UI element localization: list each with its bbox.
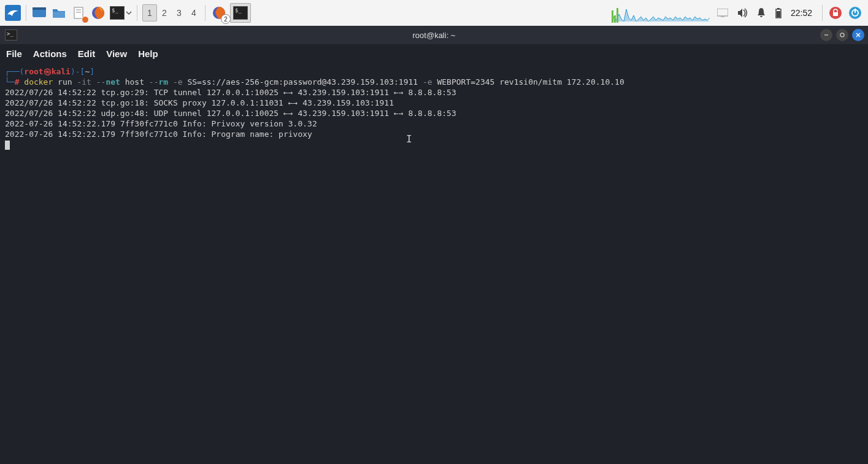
text-caret-icon: I xyxy=(406,134,412,144)
output-line-2: 2022/07/26 14:52:22 tcp.go:18: SOCKS pro… xyxy=(5,98,394,107)
file-manager-button[interactable] xyxy=(50,4,68,22)
terminal-icon: $_ xyxy=(233,6,248,20)
notification-dot-icon xyxy=(82,16,89,23)
cmd-ss: SS=ss://aes-256-gcm:password@43.239.159.… xyxy=(183,77,423,87)
task-terminal[interactable]: $_ xyxy=(230,3,251,23)
show-desktop-button[interactable] xyxy=(30,4,48,22)
app-button-1[interactable] xyxy=(69,4,88,22)
desktop-icon xyxy=(32,7,47,19)
separator xyxy=(137,5,137,21)
bell-icon[interactable] xyxy=(756,7,766,18)
svg-rect-16 xyxy=(777,11,780,17)
kali-menu-button[interactable] xyxy=(4,4,22,22)
close-button[interactable] xyxy=(852,29,864,41)
firefox-icon xyxy=(91,6,106,20)
menu-actions[interactable]: Actions xyxy=(33,48,67,59)
cmd-rest: WEBPORT=2345 rev1si0n/mitm 172.20.10.10 xyxy=(432,77,624,87)
firefox-button[interactable] xyxy=(89,4,107,22)
taskbar: $_ 1 2 3 4 2 $_ 22:52 xyxy=(0,0,868,26)
svg-rect-11 xyxy=(616,8,618,23)
cmd-dd2: -- xyxy=(149,77,159,87)
menu-file[interactable]: File xyxy=(6,48,22,59)
svg-rect-9 xyxy=(612,10,613,23)
cmd-it: -it xyxy=(77,77,91,87)
prompt-at: ㉿ xyxy=(44,67,52,76)
cmd-dd1: -- xyxy=(91,77,106,87)
battery-icon[interactable] xyxy=(775,7,782,18)
minimize-icon xyxy=(823,32,829,38)
maximize-button[interactable] xyxy=(836,29,848,41)
power-icon xyxy=(848,6,862,20)
cmd-docker: docker xyxy=(24,77,53,87)
terminal-window: >_ root@kali: ~ File Actions Edit View H… xyxy=(0,26,868,464)
prompt-open: ┌──( xyxy=(5,67,24,76)
menu-edit[interactable]: Edit xyxy=(78,48,95,59)
menubar: File Actions Edit View Help xyxy=(0,44,868,63)
task-firefox[interactable]: 2 xyxy=(209,4,229,22)
terminal-icon: $_ xyxy=(110,6,125,20)
prompt-host: kali xyxy=(52,67,71,76)
svg-rect-10 xyxy=(614,15,616,23)
terminal-launcher-button[interactable]: $_ xyxy=(109,4,133,22)
lock-icon xyxy=(829,6,842,20)
power-button[interactable] xyxy=(846,4,864,22)
svg-rect-3 xyxy=(53,12,65,18)
cmd-net: net xyxy=(106,77,120,87)
menu-help[interactable]: Help xyxy=(138,48,158,59)
output-line-1: 2022/07/26 14:52:22 tcp.go:29: TCP tunne… xyxy=(5,88,456,97)
cmd-rm: rm xyxy=(159,77,173,87)
prompt-user: root xyxy=(24,67,43,76)
output-line-3: 2022/07/26 14:52:22 udp.go:48: UDP tunne… xyxy=(5,109,456,118)
volume-icon[interactable] xyxy=(737,7,748,18)
output-line-4: 2022-07-26 14:52:22.179 7ff30fc771c0 Inf… xyxy=(5,119,317,128)
svg-point-23 xyxy=(840,33,844,37)
cmd-host: host xyxy=(120,77,149,87)
prompt-end: ] xyxy=(90,67,94,76)
separator xyxy=(205,5,205,21)
prompt-line2: └─ xyxy=(5,77,15,87)
display-icon[interactable] xyxy=(717,9,728,17)
kali-dragon-icon xyxy=(5,5,21,21)
titlebar[interactable]: >_ root@kali: ~ xyxy=(0,26,868,44)
output-line-5: 2022-07-26 14:52:22.179 7ff30fc771c0 Inf… xyxy=(5,130,312,139)
close-icon xyxy=(855,32,861,38)
svg-rect-18 xyxy=(833,12,838,16)
chevron-down-icon xyxy=(126,10,132,16)
graph-icon xyxy=(612,3,710,23)
prompt-hash: # xyxy=(15,77,20,87)
window-controls xyxy=(820,29,864,41)
minimize-button[interactable] xyxy=(820,29,832,41)
separator xyxy=(822,5,823,21)
system-tray: 22:52 xyxy=(717,7,812,18)
maximize-icon xyxy=(839,32,845,38)
cmd-e2: -e xyxy=(423,77,432,87)
lock-button[interactable] xyxy=(826,4,845,22)
workspace-switcher: 1 2 3 4 xyxy=(142,4,201,21)
menu-view[interactable]: View xyxy=(106,48,127,59)
window-icon: >_ xyxy=(4,28,18,42)
window-title: root@kali: ~ xyxy=(413,31,456,40)
terminal-icon: >_ xyxy=(5,29,17,41)
folder-icon xyxy=(52,7,66,19)
separator xyxy=(26,5,26,21)
workspace-2[interactable]: 2 xyxy=(157,4,172,21)
svg-rect-4 xyxy=(74,7,83,18)
prompt-close: )-[ xyxy=(71,67,85,76)
svg-rect-2 xyxy=(33,7,46,10)
svg-rect-12 xyxy=(717,9,728,16)
badge-count: 2 xyxy=(221,14,231,24)
cpu-graph[interactable] xyxy=(612,3,710,23)
workspace-3[interactable]: 3 xyxy=(172,4,186,21)
workspace-4[interactable]: 4 xyxy=(186,4,201,21)
svg-rect-15 xyxy=(777,8,780,9)
cmd-run: run xyxy=(53,77,77,87)
terminal-body[interactable]: ┌──(root㉿kali)-[~] └─# docker run -it --… xyxy=(0,63,868,464)
clock[interactable]: 22:52 xyxy=(791,8,812,18)
workspace-1[interactable]: 1 xyxy=(142,4,157,21)
cursor xyxy=(5,141,10,150)
cmd-e1: -e xyxy=(173,77,183,87)
